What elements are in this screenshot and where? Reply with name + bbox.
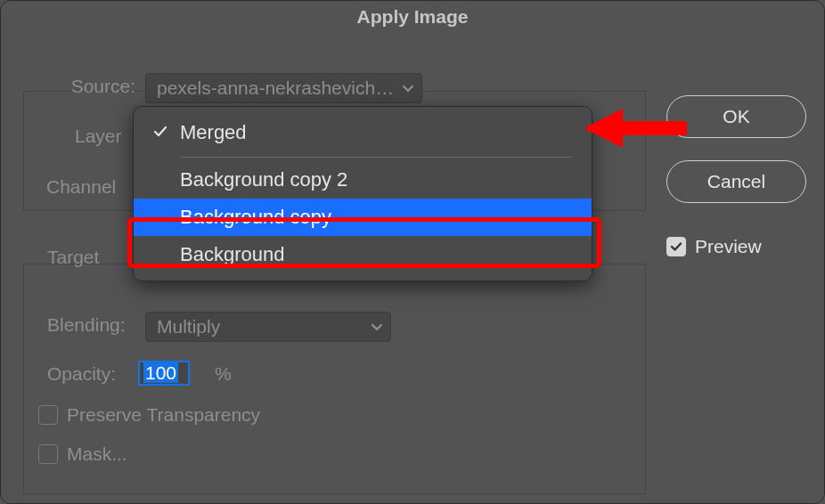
opacity-label: Opacity:: [47, 363, 116, 385]
source-value: pexels-anna-nekrashevich…: [157, 77, 394, 99]
check-icon: [669, 240, 683, 254]
layer-option[interactable]: Merged: [134, 114, 592, 151]
preview-label: Preview: [695, 236, 762, 257]
source-select[interactable]: pexels-anna-nekrashevich…: [145, 73, 422, 103]
checkbox-box: [38, 405, 58, 425]
dialog-title: Apply Image: [1, 1, 824, 28]
layer-option-label: Background copy: [180, 206, 331, 229]
cancel-button[interactable]: Cancel: [666, 160, 806, 203]
layer-option-label: Background copy 2: [180, 168, 347, 191]
ok-button[interactable]: OK: [666, 95, 806, 138]
dropdown-separator: [180, 157, 572, 158]
blending-select[interactable]: Multiply: [145, 312, 391, 342]
layer-option[interactable]: Background: [134, 236, 592, 273]
preserve-label: Preserve Transparency: [67, 404, 260, 426]
preserve-transparency-checkbox[interactable]: Preserve Transparency: [38, 404, 260, 426]
layer-option-label: Background: [180, 243, 284, 266]
blending-value: Multiply: [157, 316, 220, 337]
blending-label: Blending:: [47, 314, 126, 336]
layer-option[interactable]: Background copy 2: [134, 161, 592, 199]
check-icon: [153, 121, 171, 144]
apply-image-dialog: Apply Image Source: pexels-anna-nekrashe…: [0, 0, 825, 504]
layer-label: Layer: [75, 126, 122, 147]
preview-checkbox[interactable]: Preview: [666, 236, 762, 257]
channel-label: Channel: [46, 176, 116, 198]
opacity-input[interactable]: 100: [138, 361, 190, 386]
mask-label: Mask...: [67, 443, 127, 465]
ok-label: OK: [723, 106, 749, 127]
layer-dropdown[interactable]: MergedBackground copy 2Background copyBa…: [133, 106, 592, 281]
cancel-label: Cancel: [707, 171, 765, 192]
checkbox-box: [666, 237, 686, 256]
target-label: Target: [47, 247, 99, 268]
chevron-down-icon: [402, 82, 414, 94]
layer-option[interactable]: Background copy: [134, 199, 592, 236]
chevron-down-icon: [371, 321, 383, 333]
checkbox-box: [38, 444, 58, 464]
opacity-value: 100: [143, 362, 178, 383]
source-label: Source:: [51, 76, 135, 97]
layer-option-label: Merged: [180, 121, 247, 144]
opacity-suffix: %: [215, 363, 232, 385]
mask-checkbox[interactable]: Mask...: [38, 443, 127, 465]
